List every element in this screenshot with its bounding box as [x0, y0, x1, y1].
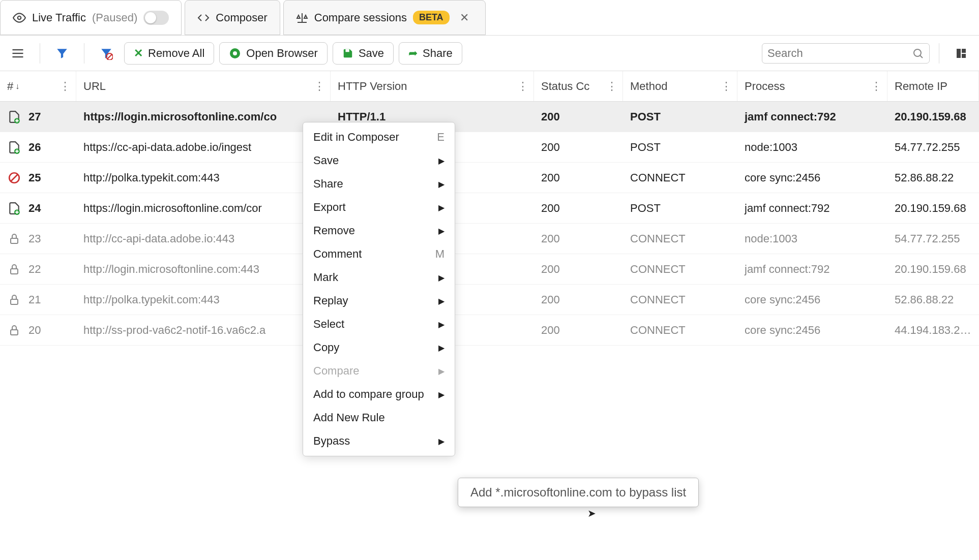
- chevron-right-icon: ▶: [438, 437, 444, 446]
- column-method[interactable]: Method⋮: [623, 71, 737, 101]
- menu-export[interactable]: Export▶: [303, 196, 455, 219]
- menu-remove[interactable]: Remove▶: [303, 219, 455, 242]
- column-menu-icon[interactable]: ⋮: [606, 80, 617, 93]
- table-row[interactable]: 21http://polka.typekit.com:443200CONNECT…: [0, 285, 979, 315]
- column-url[interactable]: URL⋮: [76, 71, 331, 101]
- table-row[interactable]: 26https://cc-api-data.adobe.io/ingest200…: [0, 132, 979, 163]
- button-label: Share: [423, 47, 453, 60]
- table-row[interactable]: 25http://polka.typekit.com:443200CONNECT…: [0, 163, 979, 193]
- menu-save[interactable]: Save▶: [303, 149, 455, 172]
- filter-clear-icon[interactable]: [94, 41, 119, 66]
- row-url: https://login.microsoftonline.com/cor: [76, 202, 331, 215]
- deny-icon: [7, 171, 21, 185]
- row-status: 200: [534, 141, 623, 154]
- menu-icon[interactable]: [5, 41, 31, 66]
- column-menu-icon[interactable]: ⋮: [60, 80, 71, 93]
- session-table: 27https://login.microsoftonline.com/coHT…: [0, 102, 979, 346]
- row-status: 200: [534, 202, 623, 215]
- bypass-submenu-item[interactable]: Add *.microsoftonline.com to bypass list: [470, 485, 686, 500]
- tab-composer[interactable]: Composer: [185, 0, 280, 35]
- row-url: http://polka.typekit.com:443: [76, 293, 331, 306]
- chevron-right-icon: ▶: [438, 156, 444, 166]
- menu-comment[interactable]: CommentM: [303, 242, 455, 266]
- table-row[interactable]: 20http://ss-prod-va6c2-notif-16.va6c2.a2…: [0, 315, 979, 346]
- menu-add-compare-group[interactable]: Add to compare group▶: [303, 383, 455, 406]
- open-browser-button[interactable]: Open Browser: [219, 42, 328, 65]
- row-method: CONNECT: [623, 232, 737, 245]
- row-process: jamf connect:792: [737, 202, 887, 215]
- filter-icon[interactable]: [49, 41, 75, 66]
- sort-desc-icon: ↓: [15, 82, 19, 91]
- row-ip: 44.194.183.242: [887, 324, 979, 337]
- chevron-right-icon: ▶: [438, 273, 444, 283]
- menu-bypass[interactable]: Bypass▶: [303, 429, 455, 453]
- menu-copy[interactable]: Copy▶: [303, 336, 455, 359]
- table-row[interactable]: 24https://login.microsoftonline.com/cor2…: [0, 193, 979, 224]
- column-number[interactable]: #↓⋮: [0, 71, 76, 101]
- svg-rect-12: [962, 49, 966, 53]
- column-http-version[interactable]: HTTP Version⋮: [331, 71, 534, 101]
- menu-replay[interactable]: Replay▶: [303, 289, 455, 313]
- search-input[interactable]: [767, 47, 912, 60]
- eye-icon: [13, 11, 26, 24]
- save-button[interactable]: Save: [333, 42, 394, 65]
- row-method: POST: [623, 110, 737, 123]
- chevron-right-icon: ▶: [438, 226, 444, 236]
- row-ip: 52.86.88.22: [887, 293, 979, 306]
- row-url: http://cc-api-data.adobe.io:443: [76, 232, 331, 245]
- chevron-right-icon: ▶: [438, 296, 444, 306]
- svg-rect-22: [11, 330, 18, 335]
- row-process: node:1003: [737, 141, 887, 154]
- menu-share[interactable]: Share▶: [303, 172, 455, 196]
- menu-edit-composer[interactable]: Edit in ComposerE: [303, 126, 455, 149]
- column-process[interactable]: Process⋮: [737, 71, 887, 101]
- button-label: Open Browser: [246, 47, 318, 60]
- column-remote-ip[interactable]: Remote IP: [887, 71, 979, 101]
- row-index: 23: [28, 232, 41, 245]
- column-menu-icon[interactable]: ⋮: [517, 80, 528, 93]
- row-url: http://login.microsoftonline.com:443: [76, 263, 331, 276]
- column-menu-icon[interactable]: ⋮: [721, 80, 732, 93]
- menu-mark[interactable]: Mark▶: [303, 266, 455, 289]
- search-icon: [912, 47, 924, 59]
- tab-status: (Paused): [92, 11, 137, 24]
- row-url: http://ss-prod-va6c2-notif-16.va6c2.a: [76, 324, 331, 337]
- svg-rect-11: [957, 49, 961, 58]
- column-status[interactable]: Status Cc⋮: [534, 71, 623, 101]
- remove-all-button[interactable]: ✕ Remove All: [124, 42, 214, 65]
- row-method: CONNECT: [623, 324, 737, 337]
- row-ip: 54.77.72.255: [887, 232, 979, 245]
- chevron-right-icon: ▶: [438, 320, 444, 329]
- traffic-toggle[interactable]: [143, 11, 169, 25]
- close-icon[interactable]: ✕: [456, 11, 473, 24]
- tab-compare-sessions[interactable]: Compare sessions BETA ✕: [283, 0, 486, 35]
- doc-icon: [7, 140, 21, 154]
- save-icon: [342, 48, 353, 59]
- row-ip: 20.190.159.68: [887, 110, 979, 123]
- row-http: HTTP/1.1: [331, 110, 534, 123]
- tab-label: Live Traffic: [32, 11, 86, 24]
- column-menu-icon[interactable]: ⋮: [314, 80, 325, 93]
- chevron-right-icon: ▶: [438, 179, 444, 189]
- row-index: 22: [28, 263, 41, 276]
- menu-add-new-rule[interactable]: Add New Rule: [303, 406, 455, 429]
- column-menu-icon[interactable]: ⋮: [871, 80, 882, 93]
- table-row[interactable]: 22http://login.microsoftonline.com:44320…: [0, 254, 979, 285]
- row-status: 200: [534, 232, 623, 245]
- tab-label: Composer: [216, 11, 267, 24]
- share-icon: ➦: [408, 47, 418, 60]
- row-index: 24: [28, 202, 41, 215]
- table-row[interactable]: 23http://cc-api-data.adobe.io:443200CONN…: [0, 224, 979, 254]
- row-index: 27: [28, 110, 41, 123]
- svg-line-17: [11, 174, 18, 181]
- chevron-right-icon: ▶: [438, 366, 444, 376]
- row-url: https://cc-api-data.adobe.io/ingest: [76, 141, 331, 154]
- layout-icon[interactable]: [948, 41, 974, 66]
- tab-live-traffic[interactable]: Live Traffic (Paused): [0, 0, 182, 35]
- row-method: POST: [623, 202, 737, 215]
- search-box[interactable]: [762, 43, 930, 64]
- share-button[interactable]: ➦ Share: [399, 42, 462, 65]
- table-header: #↓⋮ URL⋮ HTTP Version⋮ Status Cc⋮ Method…: [0, 71, 979, 102]
- menu-select[interactable]: Select▶: [303, 313, 455, 336]
- table-row[interactable]: 27https://login.microsoftonline.com/coHT…: [0, 102, 979, 132]
